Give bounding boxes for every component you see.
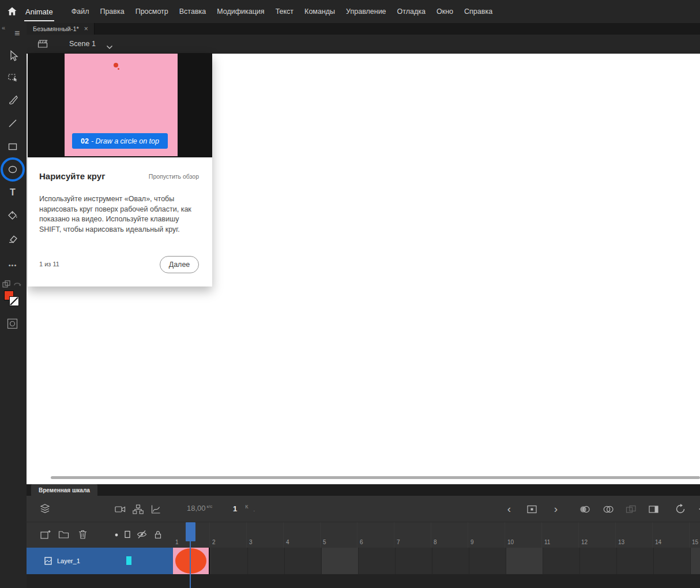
delete-layer-button[interactable] [77,529,88,540]
ruler-frame-number[interactable]: 7 [394,522,431,548]
ruler-frame-number[interactable]: 14 [653,522,690,548]
frame-cell[interactable] [211,548,248,574]
edit-multiple-frames-button[interactable] [625,503,637,515]
step-forward-button[interactable]: › [550,503,562,515]
skip-tour-link[interactable]: Пропустить обзор [149,173,199,180]
ruler-frame-number[interactable]: 4 [284,522,321,548]
frame-ruler[interactable]: 123456789101112131415 [173,522,700,548]
frame-cell[interactable] [506,548,543,574]
ruler-frame-number[interactable]: 11 [542,522,579,548]
scene-clapper-icon[interactable] [37,39,48,51]
insert-frame-button[interactable] [648,503,659,515]
toolbar-menu-icon[interactable]: ≡ [14,29,20,38]
snap-icon[interactable] [13,280,21,288]
menu-item[interactable]: Окно [436,7,453,16]
text-tool[interactable]: T [5,184,21,201]
ruler-frame-number[interactable]: 13 [616,522,653,548]
framerate-display[interactable]: 18,00к/с [187,504,212,512]
horizontal-scrollbar[interactable] [51,476,700,479]
ruler-frame-number[interactable]: 6 [357,522,394,548]
graph-editor-icon[interactable] [150,503,161,515]
frame-cell[interactable] [396,548,432,574]
show-all-layers-icon[interactable] [111,529,122,541]
ruler-frame-number[interactable]: 10 [505,522,542,548]
frame-cell[interactable] [543,548,580,574]
camera-icon[interactable] [114,503,126,515]
object-drawing-icon[interactable] [2,280,10,288]
collapse-panel-icon[interactable]: « [2,24,5,31]
menu-item[interactable]: Вставка [179,7,206,16]
menu-item[interactable]: Модификация [217,7,264,16]
menu-item[interactable]: Правка [100,7,124,16]
menu-item[interactable]: Команды [304,7,335,16]
selection-tool[interactable] [5,47,21,63]
ruler-frame-number[interactable]: 5 [321,522,357,548]
ruler-frame-number[interactable]: 2 [210,522,247,548]
onion-skin-button[interactable] [579,503,590,515]
frame-cell[interactable] [359,548,396,574]
next-button[interactable]: Далее [160,256,199,273]
ruler-frame-number[interactable]: 8 [431,522,468,548]
frame-cell[interactable] [322,548,359,574]
document-tab[interactable]: Безымянный-1* × [27,23,95,35]
tutorial-card: Нарисуйте круг Пропустить обзор Использу… [28,157,212,287]
onion-skin-outline-button[interactable] [603,503,614,515]
outline-view-icon[interactable] [122,529,133,540]
menu-item[interactable]: Отладка [397,7,426,16]
stroke-color-swatch[interactable] [9,296,19,306]
step-back-button[interactable]: ‹ [503,503,515,515]
frame-cell[interactable] [285,548,322,574]
layer-hierarchy-icon[interactable] [132,503,144,515]
app-title[interactable]: Animate [24,2,54,21]
loop-playback-button[interactable] [675,503,686,515]
new-layer-button[interactable] [39,529,51,540]
oval-tool[interactable] [5,161,21,178]
frame-cell[interactable] [469,548,506,574]
ruler-frame-number[interactable]: 12 [579,522,616,548]
timeline-tab[interactable]: Временная шкала [31,484,97,496]
center-frame-button[interactable] [526,503,537,515]
layer-depth-icon[interactable] [39,503,51,515]
more-tools-button[interactable]: ••• [5,257,21,273]
scene-name[interactable]: Scene 1 [69,40,96,48]
stage-center-icon[interactable] [7,318,18,329]
line-tool[interactable] [5,115,21,131]
ruler-frame-number[interactable]: 3 [247,522,284,548]
frame-cell[interactable] [580,548,617,574]
frame-cell[interactable] [654,548,691,574]
previous-keyframe-icon[interactable] [695,503,700,515]
free-transform-icon [7,71,18,82]
frame-cell[interactable] [691,548,700,574]
keyframe-frame-1[interactable] [173,548,210,574]
menu-item[interactable]: Файл [71,7,89,16]
layer-outline-color-chip[interactable] [126,556,131,565]
close-tab-icon[interactable]: × [84,25,88,33]
home-button[interactable] [5,4,20,19]
layer-name[interactable]: Layer_1 [57,557,80,564]
empty-frames[interactable] [211,548,700,574]
scene-dropdown-icon[interactable] [106,42,113,52]
lock-layers-icon[interactable] [152,529,164,540]
tutorial-video-preview[interactable]: 02 - Draw a circle on top [28,54,212,157]
menu-item[interactable]: Управление [346,7,386,16]
ruler-frame-number[interactable]: 9 [468,522,505,548]
frame-cell[interactable] [248,548,285,574]
frame-cell[interactable] [617,548,654,574]
frame-cell[interactable] [432,548,469,574]
eraser-tool[interactable] [5,231,21,247]
playhead-handle[interactable] [186,522,195,541]
paint-bucket-tool[interactable] [5,208,21,224]
free-transform-tool[interactable] [5,69,21,85]
document-tab-title: Безымянный-1* [33,25,79,32]
menu-item[interactable]: Справка [464,7,492,16]
rectangle-tool[interactable] [5,138,21,154]
hide-layers-icon[interactable] [136,529,148,540]
ruler-frame-number[interactable]: 15 [690,522,700,548]
layer-item[interactable]: Layer_1 [27,548,173,574]
brush-tool[interactable] [5,92,21,108]
menu-item[interactable]: Текст [276,7,293,16]
new-folder-button[interactable] [58,529,69,540]
current-frame-value: 1 [233,504,237,513]
menu-item[interactable]: Просмотр [136,7,168,16]
stage[interactable]: 02 - Draw a circle on top Нарисуйте круг… [27,54,700,484]
